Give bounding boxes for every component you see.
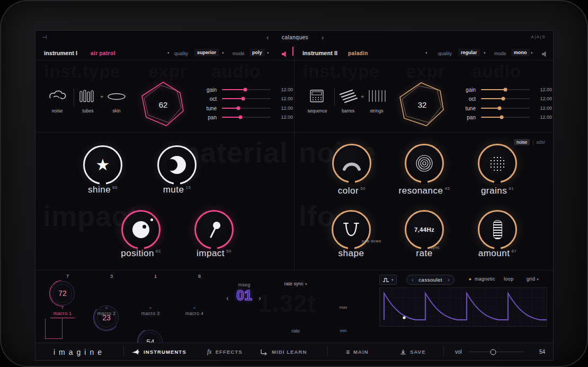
macro-1-label[interactable]: macro 1 [47,311,78,316]
impact-knob[interactable] [194,210,234,249]
macro-2-label[interactable]: macro 2 [91,311,122,316]
mseg-preset-selector[interactable]: ‹ cassoulet › [406,275,455,285]
resonance-knob[interactable] [405,144,444,183]
chevron-down-icon[interactable]: ▾ [167,51,170,55]
midi-learn-icon [260,349,268,355]
mseg-wave-type-select[interactable]: ▾ [379,275,397,285]
mute-knob[interactable] [157,145,197,185]
bottom-bar: imagine INSTRUMENTS fx EFFECTS MIDI LEAR… [35,343,553,361]
save-button[interactable]: SAVE [400,343,426,361]
volume-slider[interactable] [469,352,524,352]
macro-1-add-button[interactable]: + [59,305,66,311]
barres-source-icon[interactable] [338,89,358,105]
pin-icon[interactable]: ⊣ [42,34,47,41]
main-menu-button[interactable]: ≡ MAIN [346,343,369,361]
mseg-waveform-editor[interactable] [379,287,547,327]
tab-effects[interactable]: fx EFFECTS [207,343,243,361]
instrument2-audition-speaker-icon[interactable] [541,50,548,59]
preset-prev-button[interactable]: ‹ [266,34,269,41]
instrument2-quality-select[interactable]: regular [458,49,480,56]
grid-select[interactable]: grid▾ [527,276,539,282]
save-icon [400,349,406,355]
chevron-down-icon[interactable]: ▾ [425,51,427,55]
volume-slider-thumb[interactable] [490,349,496,355]
mute-knob-label: mute15 [140,185,214,195]
mseg-number[interactable]: 01 [233,287,256,304]
lfo-amount-knob[interactable] [478,210,517,249]
oct-slider[interactable] [222,98,271,99]
color-knob[interactable] [332,144,371,183]
lfo-rate-knob[interactable]: 7,44Hz [405,210,444,249]
tubes-source-icon[interactable] [79,89,97,105]
slider-label: pan [457,115,476,120]
chevron-down-icon[interactable]: ▾ [531,51,533,55]
rate-sync-select[interactable]: rate sync▾ [266,281,325,286]
lfo-sync-toggle[interactable]: ● sync [427,245,440,250]
instrument2-title: instrument II [302,50,337,56]
macro-3-add-button[interactable]: + [147,305,154,311]
macro-4-label[interactable]: macro 4 [179,311,210,316]
gain-slider[interactable] [222,89,271,90]
tab-midi-learn[interactable]: MIDI LEARN [260,343,307,361]
skin-source-icon[interactable] [106,92,127,103]
chevron-down-icon[interactable]: ▾ [484,51,486,55]
slider-row: pan 12.00 [198,114,293,120]
resonance-knob-label: resonance45 [387,186,461,196]
sequence-source-icon[interactable] [307,89,327,106]
shine-knob[interactable]: ★ [83,145,122,185]
source-divider [334,88,335,106]
position-knob[interactable] [121,210,161,249]
mseg-preset-next[interactable]: › [448,277,449,283]
macro-mod-value: 1 [154,274,157,279]
macro-1-knob[interactable]: 72 [50,281,75,305]
dots-grid-icon [489,155,506,171]
instrument1-mode-select[interactable]: poly [250,49,265,56]
macro-2-add-button[interactable]: + [103,305,110,311]
slider-value: 12.00 [276,106,293,111]
grains-knob[interactable] [478,144,517,183]
chevron-down-icon[interactable]: ▾ [222,51,224,55]
slider-label: oct [198,96,217,102]
instrument2-mode-select[interactable]: mono [511,49,530,56]
mseg-next-button[interactable]: › [259,294,261,302]
toggle-divider: | [532,139,533,145]
noise-source-icon[interactable] [48,89,67,105]
waveform-node-handle[interactable] [403,316,405,319]
tune-slider[interactable] [481,108,530,109]
bottombar-divider [327,346,328,357]
instrument1-preset-select[interactable]: air patrol [91,50,115,56]
gain-slider[interactable] [481,89,530,90]
global-preset-name[interactable]: calanques [275,34,315,40]
shine-knob-label: shine86 [66,185,140,195]
noise-adsr-toggle[interactable]: noise | adsr [514,139,545,145]
macro-3-label[interactable]: macro 3 [135,311,166,316]
section-divider [35,270,553,270]
bottombar-divider [443,346,444,357]
mseg-preset-prev[interactable]: ‹ [412,277,413,283]
pan-slider[interactable] [481,117,530,118]
macro-routing-line [62,319,63,338]
loop-toggle[interactable]: loop [504,276,513,282]
magnetic-toggle[interactable]: magnetic [475,276,495,282]
macro-4-add-button[interactable]: + [191,305,198,311]
chevron-down-icon: ▾ [305,282,307,286]
instrument1-active-accent [292,47,293,56]
strings-source-icon[interactable] [367,89,386,105]
device-frame: ⊣ ‹ calanques › A|A|S instrument I air p… [0,0,588,367]
tab-instruments[interactable]: INSTRUMENTS [131,343,186,361]
oct-slider[interactable] [481,98,530,99]
slider-label: oct [457,96,476,102]
instrument1-audition-speaker-icon[interactable] [281,50,288,59]
macro-routing-line [45,338,63,339]
pan-slider[interactable] [222,117,271,118]
instrument1-quality-select[interactable]: superior [194,49,219,56]
preset-next-button[interactable]: › [322,34,324,41]
mseg-prev-button[interactable]: ‹ [226,294,229,302]
tune-slider[interactable] [222,108,271,109]
chevron-down-icon[interactable]: ▾ [267,51,269,55]
bg-word-inst-type: inst.type [44,62,121,82]
app-window: ⊣ ‹ calanques › A|A|S instrument I air p… [35,30,554,361]
source-label: skin [106,108,127,113]
toggle-option-adsr[interactable]: adsr [537,139,546,145]
instrument2-preset-select[interactable]: paladin [348,50,368,56]
